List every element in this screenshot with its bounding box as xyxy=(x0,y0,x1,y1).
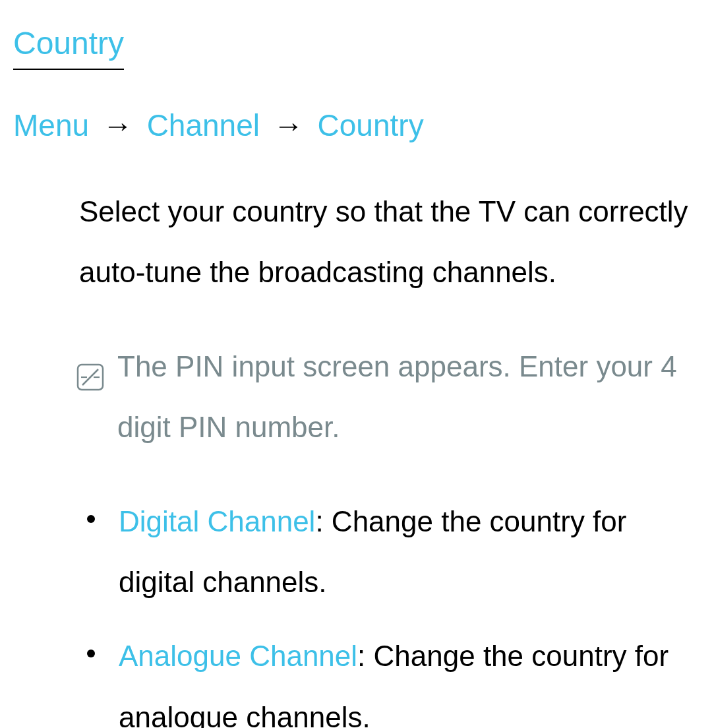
note-text: The PIN input screen appears. Enter your… xyxy=(117,336,699,458)
note-icon xyxy=(76,351,104,411)
arrow-icon: → xyxy=(103,108,133,142)
bullet-icon xyxy=(87,515,95,523)
option-label-analogue: Analogue Channel xyxy=(119,640,357,672)
list-item: Digital Channel: Change the country for … xyxy=(79,491,699,613)
bullet-icon xyxy=(87,650,95,657)
breadcrumb-item-country: Country xyxy=(318,108,424,142)
options-list: Digital Channel: Change the country for … xyxy=(79,491,699,728)
option-label-digital: Digital Channel xyxy=(119,505,315,537)
breadcrumb-item-channel: Channel xyxy=(147,108,260,142)
list-item: Analogue Channel: Change the country for… xyxy=(79,626,699,728)
page-title: Country xyxy=(13,20,124,70)
arrow-icon: → xyxy=(274,108,304,142)
breadcrumb: Menu → Channel → Country xyxy=(13,103,699,148)
intro-text: Select your country so that the TV can c… xyxy=(79,181,699,303)
note-section: The PIN input screen appears. Enter your… xyxy=(76,336,699,458)
content-section: Select your country so that the TV can c… xyxy=(13,181,699,728)
breadcrumb-item-menu: Menu xyxy=(13,108,89,142)
